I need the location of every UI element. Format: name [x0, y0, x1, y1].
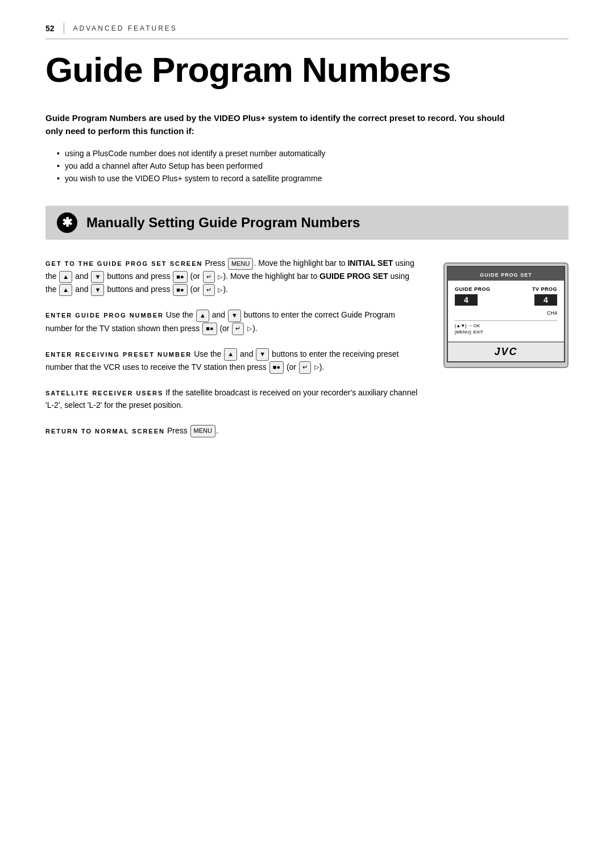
header-separator	[64, 23, 64, 34]
step2-label: ENTER GUIDE PROG NUMBER	[45, 312, 164, 319]
down-btn-3[interactable]: ▼	[228, 310, 241, 322]
menu-btn-5[interactable]: MENU	[190, 425, 215, 437]
step5-label: RETURN TO NORMAL SCREEN	[45, 428, 165, 435]
right-arrow-2: ▷	[218, 285, 222, 295]
enter-btn-1[interactable]: ↵	[203, 271, 215, 283]
section-icon: ✱	[57, 212, 77, 233]
page-number: 52	[45, 24, 55, 33]
footer-line2: [MENU]: EXIT	[455, 329, 557, 335]
step3-label: ENTER RECEIVING PRESET NUMBER	[45, 351, 192, 358]
up-arrow-btn2[interactable]: ▲	[59, 284, 72, 297]
step4-label: SATELLITE RECEIVER USERS	[45, 390, 163, 397]
enter-btn-2[interactable]: ↵	[203, 284, 215, 297]
tv-values: 4 4	[455, 294, 557, 306]
instruction-block-5: RETURN TO NORMAL SCREEN Press MENU.	[45, 424, 421, 437]
bullet-item-2: you add a channel after Auto Setup has b…	[57, 161, 569, 170]
ok-btn-4[interactable]: ■●	[269, 361, 284, 374]
page-title: Guide Program Numbers	[45, 51, 569, 89]
page-category: ADVANCED FEATURES	[73, 24, 177, 32]
enter-btn-3[interactable]: ↵	[232, 323, 244, 335]
tv-brand: JVC	[448, 341, 564, 361]
up-btn-4[interactable]: ▲	[224, 348, 237, 361]
col2-value: 4	[534, 294, 557, 306]
tv-screen: GUIDE PROG SET GUIDE PROG TV PROG 4 4 CH…	[447, 266, 565, 362]
instructions: GET TO THE GUIDE PROG SET SCREEN Press M…	[45, 257, 421, 450]
up-arrow-btn[interactable]: ▲	[59, 271, 72, 283]
ok-btn-2[interactable]: ■●	[173, 284, 187, 297]
page-header: 52 ADVANCED FEATURES	[45, 23, 569, 39]
col1-label: GUIDE PROG	[455, 286, 491, 292]
section-icon-star: ✱	[62, 216, 72, 229]
bullet-list: using a PlusCode number does not identif…	[45, 149, 569, 183]
right-arrow-1: ▷	[218, 272, 222, 282]
step5-text: Press MENU.	[167, 426, 218, 435]
ok-btn-1[interactable]: ■●	[173, 271, 187, 283]
tv-title: GUIDE PROG SET	[480, 272, 532, 278]
tv-columns: GUIDE PROG TV PROG	[455, 286, 557, 292]
down-arrow-btn[interactable]: ▼	[91, 271, 104, 283]
down-btn-4[interactable]: ▼	[256, 348, 269, 361]
col2-label: TV PROG	[532, 286, 557, 292]
section-title: Manually Setting Guide Program Numbers	[86, 215, 360, 231]
section-header: ✱ Manually Setting Guide Program Numbers	[45, 206, 569, 240]
col1-value: 4	[455, 294, 478, 306]
step1-label: GET TO THE GUIDE PROG SET SCREEN	[45, 260, 203, 267]
tv-footer: [▲▼] → OK [MENU]: EXIT	[455, 320, 557, 335]
menu-button-icon[interactable]: MENU	[228, 258, 253, 270]
footer-line1: [▲▼] → OK	[455, 323, 557, 328]
instruction-block-4: SATELLITE RECEIVER USERS If the satellit…	[45, 386, 421, 412]
ok-btn-3[interactable]: ■●	[202, 323, 217, 335]
bullet-item-3: you wish to use the VIDEO Plus+ system t…	[57, 174, 569, 183]
tv-top-bar: GUIDE PROG SET	[448, 267, 564, 281]
right-arrow-4: ▷	[314, 362, 319, 373]
instruction-block-2: ENTER GUIDE PROG NUMBER Use the ▲ and ▼ …	[45, 308, 421, 335]
intro-text: Guide Program Numbers are used by the VI…	[45, 112, 512, 137]
instruction-block-3: ENTER RECEIVING PRESET NUMBER Use the ▲ …	[45, 348, 421, 374]
bullet-item-1: using a PlusCode number does not identif…	[57, 149, 569, 158]
up-btn-3[interactable]: ▲	[196, 310, 209, 322]
enter-btn-4[interactable]: ↵	[299, 361, 311, 374]
tv-outer: GUIDE PROG SET GUIDE PROG TV PROG 4 4 CH…	[443, 262, 569, 368]
down-arrow-btn2[interactable]: ▼	[91, 284, 104, 297]
right-arrow-3: ▷	[247, 324, 252, 334]
instruction-block-1: GET TO THE GUIDE PROG SET SCREEN Press M…	[45, 257, 421, 296]
screen-diagram: GUIDE PROG SET GUIDE PROG TV PROG 4 4 CH…	[443, 262, 569, 450]
content-area: GET TO THE GUIDE PROG SET SCREEN Press M…	[45, 257, 569, 450]
tv-screen-inner: GUIDE PROG TV PROG 4 4 CH4 [▲▼] → OK [ME…	[448, 281, 564, 341]
ch-label: CH4	[455, 310, 557, 316]
